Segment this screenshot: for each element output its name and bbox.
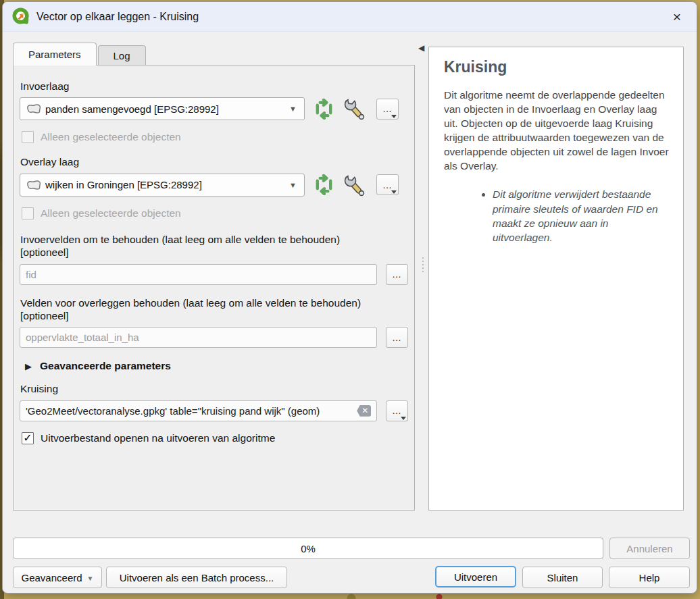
invoerlaag-combobox[interactable]: panden samengevoegd [EPSG:28992] ▼ [20,97,305,120]
overlay-label: Overlay laag [20,155,408,168]
overlegvelden-value: oppervlakte_totaal_in_ha [26,332,371,343]
overlegvelden-field[interactable]: oppervlakte_totaal_in_ha [20,327,377,348]
invoerlaag-selected-only: Alleen geselecteerde objecten [22,131,408,143]
clear-icon[interactable]: ✕ [357,405,371,417]
label-line1: Invoervelden om te behouden (laat leeg o… [20,234,340,245]
title-bar: Vector op elkaar leggen - Kruising × [3,2,697,32]
chevron-down-icon: ▼ [87,575,94,582]
checkbox-label: Alleen geselecteerde objecten [41,131,181,143]
ellipsis-icon: … [392,405,402,416]
splitter-handle[interactable] [422,257,424,272]
invoerlaag-value: panden samengevoegd [EPSG:28992] [45,103,285,115]
label-line2: [optioneel] [20,310,69,321]
overlay-value: wijken in Groningen [EPSG:28992] [45,179,285,190]
sluiten-label: Sluiten [547,572,578,583]
checkbox-label: Alleen geselecteerde objecten [41,207,181,219]
help-button[interactable]: Help [609,567,690,588]
sluiten-button[interactable]: Sluiten [522,567,603,588]
overlay-browse-button[interactable]: … [376,174,399,195]
help-title: Kruising [444,58,670,76]
wrench-icon[interactable] [343,174,368,197]
uitvoeren-label: Uitvoeren [454,571,497,583]
kruising-value: 'Geo2Meet/vectoranalyse.gpkg' table="kru… [26,405,357,417]
geavanceerd-button[interactable]: Geavanceerd ▼ [13,567,102,588]
invoervelden-label: Invoervelden om te behouden (laat leeg o… [20,233,408,259]
ellipsis-icon: … [392,332,402,343]
invoervelden-browse-button[interactable]: … [386,264,408,285]
advanced-parameters-expander[interactable]: ▶ Geavanceerde parameters [25,360,408,372]
kruising-label: Kruising [20,382,408,395]
iterate-icon[interactable] [314,99,334,120]
invoervelden-field[interactable]: fid [20,264,377,285]
chevron-down-icon: ▼ [289,181,297,189]
label-line2: [optioneel] [20,246,69,258]
help-panel: Kruising Dit algoritme neemt de overlapp… [428,47,684,511]
ellipsis-icon: … [382,103,393,114]
invoerlaag-browse-button[interactable]: … [376,99,399,120]
polygon-layer-icon [26,180,41,190]
parameters-pane: Invoerlaag panden samengevoegd [EPSG:289… [13,65,415,511]
annuleren-label: Annuleren [626,543,672,554]
overlay-combobox[interactable]: wijken in Groningen [EPSG:28992] ▼ [20,174,305,197]
progress-bar: 0% [13,538,603,559]
kruising-output-field[interactable]: 'Geo2Meet/vectoranalyse.gpkg' table="kru… [20,400,377,421]
tab-log[interactable]: Log [98,45,146,66]
polygon-layer-icon [26,103,41,114]
checkbox-unchecked[interactable] [22,131,34,143]
help-bullet: Dit algoritme verwijdert bestaande prima… [493,187,670,244]
expander-label: Geavanceerde parameters [40,360,171,372]
close-icon[interactable]: × [667,7,687,27]
label-line1: Velden voor overleggen behouden (laat le… [20,297,361,309]
checkbox-checked[interactable]: ✓ [22,432,34,444]
window-title: Vector op elkaar leggen - Kruising [36,11,199,23]
tab-bar: Parameters Log [13,43,146,66]
checkbox-label: Uitvoerbestand openen na uitvoeren van a… [41,432,275,444]
dropdown-corner-icon [401,417,406,420]
overlegvelden-browse-button[interactable]: … [386,327,408,348]
dropdown-corner-icon [391,115,397,118]
batch-process-button[interactable]: Uitvoeren als een Batch process... [106,567,287,588]
wrench-icon[interactable] [343,97,368,120]
ellipsis-icon: … [382,180,393,190]
overlay-selected-only: Alleen geselecteerde objecten [22,207,408,219]
batch-label: Uitvoeren als een Batch process... [120,572,274,583]
invoervelden-value: fid [26,269,371,280]
help-paragraph: Dit algoritme neemt de overlappende gede… [444,88,670,173]
tab-parameters[interactable]: Parameters [13,43,97,66]
geavanceerd-label: Geavanceerd [22,572,82,583]
uitvoeren-button[interactable]: Uitvoeren [435,566,516,588]
invoerlaag-label: Invoerlaag [20,80,408,93]
checkbox-unchecked[interactable] [22,207,34,219]
expander-arrow-icon: ▶ [25,361,32,371]
progress-label: 0% [301,543,316,554]
help-label: Help [639,572,660,583]
chevron-down-icon: ▼ [289,105,297,113]
kruising-browse-button[interactable]: … [386,400,408,421]
algorithm-dialog: Vector op elkaar leggen - Kruising × Par… [2,1,697,594]
overlegvelden-label: Velden voor overleggen behouden (laat le… [20,296,408,323]
qgis-logo-icon [12,7,30,26]
collapse-panel-icon[interactable]: ◀ [418,43,424,53]
annuleren-button: Annuleren [609,538,690,559]
dropdown-corner-icon [391,190,397,194]
ellipsis-icon: … [392,269,402,280]
help-notes: Dit algoritme verwijdert bestaande prima… [444,187,670,244]
iterate-icon[interactable] [314,174,334,195]
open-output-checkbox-row: ✓ Uitvoerbestand openen na uitvoeren van… [22,432,408,444]
